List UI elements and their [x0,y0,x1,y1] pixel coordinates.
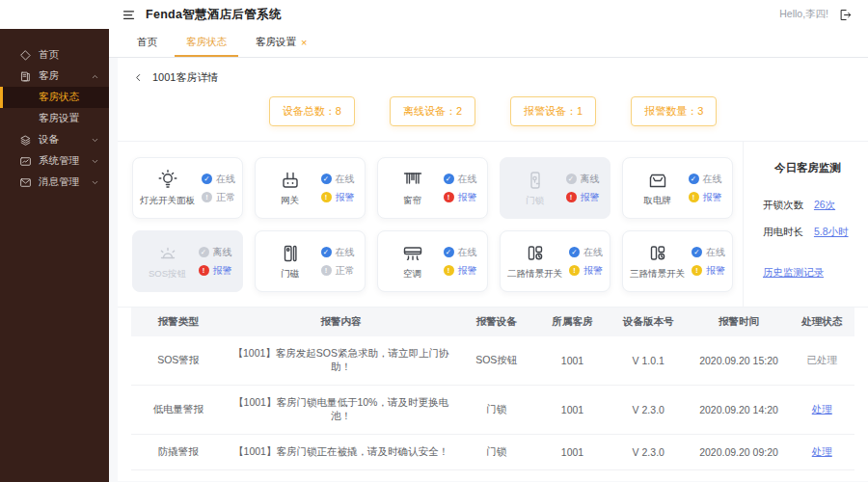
stat-badge: 报警设备：1 [510,96,596,126]
device-card[interactable]: 二路情景开关 在线 报警 [500,230,610,292]
room-monitor-panel: 今日客房监测 开锁次数 26次 用电时长 5.8小时 历史监测记录 [743,142,868,307]
connection-status-label: 离线 [213,246,232,259]
device-state-label[interactable]: 报警 [583,264,603,278]
sidebar-item-label: 客房设置 [39,112,79,125]
device-name: 网关 [281,195,299,207]
alarm-version-cell: V 2.3.0 [609,435,689,470]
device-card[interactable]: 三路情景开关 在线 报警 [622,230,733,292]
home-icon [19,49,32,62]
device-card[interactable]: SOS按钮 离线 报警 [132,230,243,292]
device-name: 门锁 [526,195,544,207]
alarm-action: 已处理 [807,354,838,365]
device-grid: 灯光开关面板 在线 正常 [132,157,743,292]
device-card[interactable]: 取电牌 在线 报警 [622,157,733,219]
metric-value-link[interactable]: 5.8小时 [814,226,849,237]
device-state-label[interactable]: 报警 [458,191,477,204]
stat-value: 1 [577,105,583,117]
device-card[interactable]: 灯光开关面板 在线 正常 [132,157,243,219]
device-card[interactable]: 空调 在线 报警 [377,230,488,292]
topbar-right: Hello,李四! [779,8,868,22]
metric-value-link[interactable]: 26次 [814,199,835,210]
stat-value: 2 [456,105,462,117]
alarm-action[interactable]: 处理 [812,445,832,457]
chart-icon [19,155,32,168]
device-state-label[interactable]: 报警 [703,191,722,204]
connection-status-label: 在线 [583,246,603,259]
stat-badge: 设备总数：8 [269,96,355,126]
device-name: 二路情景开关 [507,268,562,281]
device-state-label[interactable]: 报警 [213,264,232,278]
page-title: 1001客房详情 [152,70,218,85]
device-state-label[interactable]: 报警 [706,264,725,278]
alarm-content-cell: 【1001】客房发起SOS紧急求助，请立即上门协助！ [226,336,457,386]
tab-bar: 首页 客房状态 客房设置 × [109,29,868,58]
device-state-dot [321,192,332,202]
connection-status-label: 在线 [458,246,477,259]
sidebar-item-system[interactable]: 系统管理 [0,150,109,172]
alarm-device-cell: SOS按钮 [457,336,537,386]
more-alarms-link[interactable]: 更多报警记录 >> [118,470,868,482]
device-card[interactable]: 窗帘 在线 报警 [377,157,488,219]
device-card[interactable]: 网关 在线 报警 [255,157,366,219]
sidebar-item-room-settings[interactable]: 客房设置 [0,108,109,129]
sidebar-item-messages[interactable]: 消息管理 [0,172,109,193]
connection-status-dot [689,174,699,184]
sidebar-item-room-status[interactable]: 客房状态 [0,87,109,108]
device-name: 门磁 [281,268,299,281]
sidebar-item-rooms[interactable]: 客房 [0,66,109,87]
device-card[interactable]: 门锁 离线 报警 [500,157,610,219]
device-state-label[interactable]: 报警 [458,264,477,278]
back-button[interactable] [133,72,144,83]
connection-status-label: 在线 [706,246,725,259]
device-name: 灯光开关面板 [140,195,195,207]
alarm-time-cell: 2020.09.20 09:20 [689,435,790,470]
history-records-link[interactable]: 历史监测记录 [763,266,860,280]
alarm-action[interactable]: 处理 [812,403,832,415]
alarm-table: 报警类型报警内容报警设备所属客房设备版本号报警时间处理状态 SOS警报 【100… [131,308,854,470]
room-icon [19,70,32,83]
alarm-table-body: SOS警报 【1001】客房发起SOS紧急求助，请立即上门协助！ SOS按钮 1… [131,336,854,470]
alarm-device-cell: 门锁 [457,386,537,435]
connection-status-label: 在线 [336,173,355,186]
connection-status-label: 在线 [216,173,235,186]
connection-status-dot [444,174,454,184]
scene-switch-icon [524,242,547,265]
chevron-up-icon [91,72,99,81]
breadcrumb: 1001客房详情 [118,58,868,85]
sidebar-item-devices[interactable]: 设备 [0,129,109,150]
device-state-label[interactable]: 报警 [336,191,355,204]
chevron-down-icon [91,136,99,145]
alarm-table-row: 低电量警报 【1001】客房门锁电量低于10%，请及时更换电池！ 门锁 1001… [131,386,854,435]
chevron-down-icon [91,178,99,187]
room-detail-card: 1001客房详情 设备总数：8 离线设备：2 报警设备：1 报警数量：3 [118,58,868,481]
tab-room-status[interactable]: 客房状态 [175,29,238,57]
alarm-table-header-cell: 处理状态 [790,308,855,336]
logout-icon[interactable] [838,8,853,22]
tab-room-settings[interactable]: 客房设置 × [244,29,318,57]
alarm-table-header-cell: 报警内容 [226,308,457,336]
device-state-dot [444,265,454,276]
alarm-table-header-cell: 设备版本号 [609,308,689,336]
alarm-type-cell: 低电量警报 [131,386,226,435]
alarm-room-cell: 1001 [536,336,609,386]
close-icon[interactable]: × [301,37,307,48]
sos-icon [156,242,179,265]
sidebar-item-label: 客房 [39,69,59,83]
device-card[interactable]: 门磁 在线 正常 [255,230,366,292]
tab-home[interactable]: 首页 [125,29,169,57]
device-state-label[interactable]: 报警 [581,191,600,204]
main-area: 首页 客房状态 客房设置 × 1001客房详情 设备总数：8 离线设备：2 [109,29,868,482]
sidebar-item-home[interactable]: 首页 [0,44,109,66]
connection-status-dot [444,247,454,257]
alarm-table-header-cell: 所属客房 [536,308,609,336]
connection-status-dot [569,247,580,257]
hamburger-icon[interactable] [122,8,136,22]
device-name: 窗帘 [403,195,421,207]
device-monitor-section: 灯光开关面板 在线 正常 [118,141,868,307]
tab-label: 首页 [137,36,157,49]
stat-badge: 报警数量：3 [631,96,717,126]
alarm-table-header-cell: 报警时间 [689,308,790,336]
tab-label: 客房设置 [256,36,296,49]
device-name: SOS按钮 [149,268,186,281]
alarm-room-cell: 1001 [536,435,609,470]
